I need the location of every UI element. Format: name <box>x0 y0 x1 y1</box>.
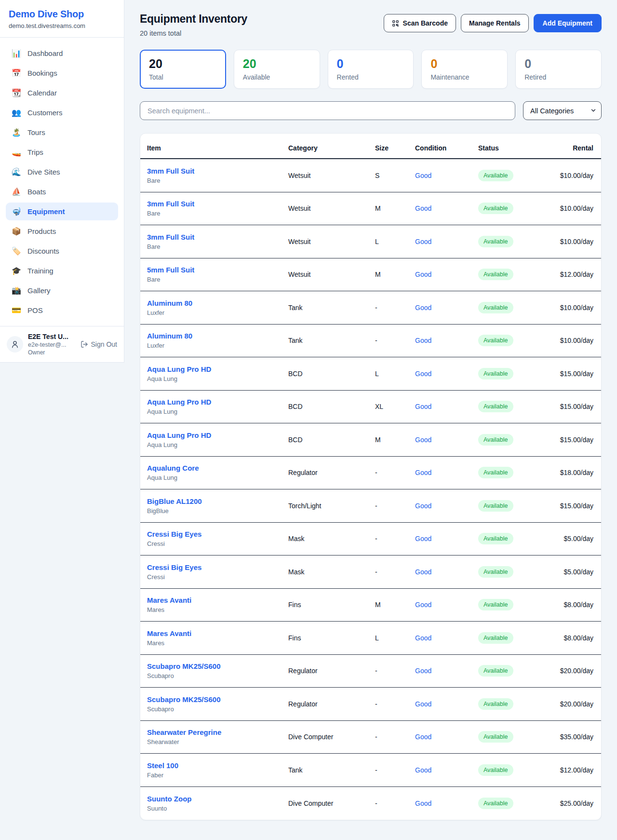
sidebar-item-bookings[interactable]: 📅 Bookings <box>6 64 118 82</box>
stat-card-total[interactable]: 20 Total <box>140 50 226 89</box>
item-condition-link[interactable]: Good <box>415 568 431 576</box>
item-name-link[interactable]: Mares Avanti <box>147 596 288 604</box>
page-header: Equipment Inventory 20 items total Scan … <box>140 13 602 37</box>
filter-bar: All Categories <box>140 101 602 120</box>
item-size: - <box>375 304 415 312</box>
item-brand: Bare <box>147 210 288 217</box>
category-select-wrap: All Categories <box>523 101 602 120</box>
item-condition-link[interactable]: Good <box>415 469 431 476</box>
sidebar-item-trips[interactable]: 🚤 Trips <box>6 143 118 161</box>
wave-icon: 🌊 <box>12 167 21 176</box>
sidebar-item-pos[interactable]: 💳 POS <box>6 301 118 319</box>
sidebar-item-gallery[interactable]: 📸 Gallery <box>6 282 118 299</box>
item-condition-link[interactable]: Good <box>415 403 431 410</box>
item-condition-link[interactable]: Good <box>415 667 431 675</box>
item-condition-link[interactable]: Good <box>415 733 431 741</box>
bar-chart-icon: 📊 <box>12 49 21 58</box>
item-size: S <box>375 172 415 179</box>
item-size: - <box>375 799 415 807</box>
stat-value: 20 <box>243 57 311 71</box>
search-input[interactable] <box>140 101 515 120</box>
item-rental-rate: $8.00/day <box>548 601 593 609</box>
sidebar-item-products[interactable]: 📦 Products <box>6 222 118 240</box>
stat-value: 20 <box>149 57 217 71</box>
add-equipment-button[interactable]: Add Equipment <box>534 14 602 32</box>
item-name-link[interactable]: Scubapro MK25/S600 <box>147 662 288 670</box>
column-header-rental: Rental <box>548 144 593 152</box>
item-name-link[interactable]: Aqua Lung Pro HD <box>147 365 288 373</box>
table-row: Aqua Lung Pro HD Aqua Lung BCD XL Good A… <box>140 391 601 424</box>
item-name-link[interactable]: 3mm Full Suit <box>147 233 288 241</box>
sidebar-item-calendar[interactable]: 📆 Calendar <box>6 84 118 102</box>
item-rental-rate: $10.00/day <box>548 172 593 179</box>
item-condition-link[interactable]: Good <box>415 601 431 609</box>
item-name-link[interactable]: Scubapro MK25/S600 <box>147 695 288 704</box>
column-header-condition: Condition <box>415 144 478 152</box>
item-category: Mask <box>288 535 375 542</box>
item-name-link[interactable]: Aqualung Core <box>147 464 288 472</box>
item-name-link[interactable]: 5mm Full Suit <box>147 266 288 274</box>
item-name-link[interactable]: Aqua Lung Pro HD <box>147 398 288 406</box>
item-category: Fins <box>288 634 375 642</box>
item-name-link[interactable]: BigBlue AL1200 <box>147 497 288 505</box>
item-condition-link[interactable]: Good <box>415 337 431 344</box>
island-icon: 🏝️ <box>12 128 21 137</box>
item-name-link[interactable]: Steel 100 <box>147 761 288 770</box>
item-condition-link[interactable]: Good <box>415 370 431 378</box>
scan-barcode-button[interactable]: Scan Barcode <box>384 14 456 32</box>
page-title-block: Equipment Inventory 20 items total <box>140 13 247 37</box>
stat-card-available[interactable]: 20 Available <box>234 50 320 89</box>
item-category: BCD <box>288 370 375 378</box>
table-row: Cressi Big Eyes Cressi Mask - Good Avail… <box>140 555 601 589</box>
item-rental-rate: $12.00/day <box>548 766 593 774</box>
item-condition-link[interactable]: Good <box>415 238 431 245</box>
table-row: Aqua Lung Pro HD Aqua Lung BCD L Good Av… <box>140 357 601 391</box>
item-brand: Luxfer <box>147 309 288 316</box>
sign-out-button[interactable]: Sign Out <box>80 340 117 348</box>
item-rental-rate: $35.00/day <box>548 733 593 741</box>
item-condition-link[interactable]: Good <box>415 436 431 444</box>
item-name-link[interactable]: Aluminum 80 <box>147 299 288 307</box>
item-condition-link[interactable]: Good <box>415 304 431 312</box>
diving-mask-icon: 🤿 <box>12 207 21 216</box>
item-condition-link[interactable]: Good <box>415 271 431 278</box>
sidebar-item-dashboard[interactable]: 📊 Dashboard <box>6 44 118 62</box>
category-select[interactable]: All Categories <box>523 101 602 120</box>
sidebar-item-dive-sites[interactable]: 🌊 Dive Sites <box>6 163 118 181</box>
status-badge: Available <box>478 467 513 478</box>
item-condition-link[interactable]: Good <box>415 766 431 774</box>
stat-card-maintenance[interactable]: 0 Maintenance <box>421 50 508 89</box>
sidebar-item-training[interactable]: 🎓 Training <box>6 262 118 280</box>
sidebar-item-equipment[interactable]: 🤿 Equipment <box>6 203 118 220</box>
sidebar-item-boats[interactable]: ⛵ Boats <box>6 183 118 201</box>
item-condition-link[interactable]: Good <box>415 502 431 510</box>
stat-card-rented[interactable]: 0 Rented <box>328 50 414 89</box>
item-condition-link[interactable]: Good <box>415 634 431 642</box>
item-name-link[interactable]: Mares Avanti <box>147 629 288 637</box>
sidebar-item-customers[interactable]: 👥 Customers <box>6 104 118 122</box>
item-name-link[interactable]: Cressi Big Eyes <box>147 563 288 571</box>
item-name-link[interactable]: 3mm Full Suit <box>147 200 288 208</box>
item-name-link[interactable]: Aluminum 80 <box>147 332 288 340</box>
tag-icon: 🏷️ <box>12 246 21 256</box>
item-name-link[interactable]: Suunto Zoop <box>147 795 288 803</box>
item-condition-link[interactable]: Good <box>415 204 431 212</box>
sidebar-item-discounts[interactable]: 🏷️ Discounts <box>6 242 118 260</box>
item-name-link[interactable]: Aqua Lung Pro HD <box>147 431 288 439</box>
item-name-link[interactable]: Shearwater Peregrine <box>147 728 288 736</box>
stat-value: 0 <box>524 57 592 71</box>
item-name-link[interactable]: 3mm Full Suit <box>147 167 288 175</box>
item-condition-link[interactable]: Good <box>415 700 431 708</box>
stat-card-retired[interactable]: 0 Retired <box>515 50 602 89</box>
sidebar: Demo Dive Shop demo.test.divestreams.com… <box>0 0 124 363</box>
sidebar-item-label: Trips <box>27 148 43 156</box>
item-condition-link[interactable]: Good <box>415 172 431 179</box>
item-name-link[interactable]: Cressi Big Eyes <box>147 530 288 538</box>
item-brand: Mares <box>147 606 288 613</box>
item-condition-link[interactable]: Good <box>415 799 431 807</box>
item-condition-link[interactable]: Good <box>415 535 431 542</box>
barcode-scan-icon <box>392 20 399 27</box>
manage-rentals-button[interactable]: Manage Rentals <box>461 14 529 32</box>
sidebar-item-tours[interactable]: 🏝️ Tours <box>6 123 118 141</box>
header-actions: Scan Barcode Manage Rentals Add Equipmen… <box>384 14 602 32</box>
